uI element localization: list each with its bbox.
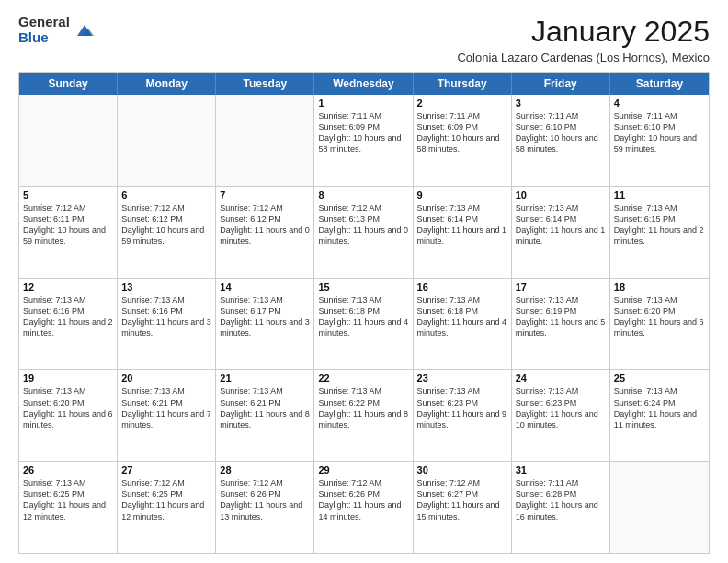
day-number: 28 bbox=[220, 465, 310, 476]
day-number: 19 bbox=[23, 373, 113, 384]
empty-cell-0-1 bbox=[118, 95, 216, 186]
day-info: Sunrise: 7:12 AM Sunset: 6:26 PM Dayligh… bbox=[220, 477, 310, 523]
day-cell-3: 3Sunrise: 7:11 AM Sunset: 6:10 PM Daylig… bbox=[512, 95, 610, 186]
logo: General Blue bbox=[18, 15, 96, 45]
day-info: Sunrise: 7:11 AM Sunset: 6:10 PM Dayligh… bbox=[516, 110, 606, 155]
day-info: Sunrise: 7:13 AM Sunset: 6:16 PM Dayligh… bbox=[121, 294, 211, 339]
day-cell-19: 19Sunrise: 7:13 AM Sunset: 6:20 PM Dayli… bbox=[19, 370, 118, 461]
day-info: Sunrise: 7:13 AM Sunset: 6:20 PM Dayligh… bbox=[23, 385, 113, 431]
day-info: Sunrise: 7:13 AM Sunset: 6:23 PM Dayligh… bbox=[417, 385, 507, 431]
day-cell-30: 30Sunrise: 7:12 AM Sunset: 6:27 PM Dayli… bbox=[414, 462, 512, 553]
day-of-week-friday: Friday bbox=[512, 73, 610, 95]
day-number: 24 bbox=[516, 373, 606, 384]
day-info: Sunrise: 7:13 AM Sunset: 6:14 PM Dayligh… bbox=[516, 202, 606, 247]
logo-icon bbox=[74, 19, 96, 41]
day-number: 3 bbox=[516, 98, 606, 109]
day-number: 18 bbox=[614, 282, 705, 293]
subtitle: Colonia Lazaro Cardenas (Los Hornos), Me… bbox=[457, 51, 710, 64]
day-cell-7: 7Sunrise: 7:12 AM Sunset: 6:12 PM Daylig… bbox=[216, 187, 314, 278]
day-info: Sunrise: 7:11 AM Sunset: 6:28 PM Dayligh… bbox=[516, 477, 606, 523]
day-number: 29 bbox=[318, 465, 408, 476]
calendar-body: 1Sunrise: 7:11 AM Sunset: 6:09 PM Daylig… bbox=[19, 95, 709, 553]
empty-cell-0-2 bbox=[216, 95, 314, 186]
day-number: 20 bbox=[121, 373, 211, 384]
title-block: January 2025 Colonia Lazaro Cardenas (Lo… bbox=[457, 15, 710, 64]
day-number: 1 bbox=[318, 98, 408, 109]
day-cell-10: 10Sunrise: 7:13 AM Sunset: 6:14 PM Dayli… bbox=[512, 187, 610, 278]
day-cell-31: 31Sunrise: 7:11 AM Sunset: 6:28 PM Dayli… bbox=[512, 462, 610, 553]
day-cell-17: 17Sunrise: 7:13 AM Sunset: 6:19 PM Dayli… bbox=[512, 279, 610, 370]
day-info: Sunrise: 7:12 AM Sunset: 6:11 PM Dayligh… bbox=[23, 202, 113, 247]
header: General Blue January 2025 Colonia Lazaro… bbox=[18, 15, 710, 64]
day-info: Sunrise: 7:13 AM Sunset: 6:20 PM Dayligh… bbox=[614, 294, 705, 339]
day-info: Sunrise: 7:13 AM Sunset: 6:19 PM Dayligh… bbox=[516, 294, 606, 339]
day-number: 8 bbox=[318, 190, 408, 201]
day-cell-20: 20Sunrise: 7:13 AM Sunset: 6:21 PM Dayli… bbox=[118, 370, 216, 461]
day-info: Sunrise: 7:13 AM Sunset: 6:25 PM Dayligh… bbox=[23, 477, 113, 523]
day-cell-28: 28Sunrise: 7:12 AM Sunset: 6:26 PM Dayli… bbox=[216, 462, 314, 553]
day-info: Sunrise: 7:13 AM Sunset: 6:24 PM Dayligh… bbox=[614, 385, 705, 431]
day-cell-2: 2Sunrise: 7:11 AM Sunset: 6:09 PM Daylig… bbox=[414, 95, 512, 186]
day-info: Sunrise: 7:11 AM Sunset: 6:09 PM Dayligh… bbox=[417, 110, 507, 155]
day-number: 5 bbox=[23, 190, 113, 201]
day-cell-16: 16Sunrise: 7:13 AM Sunset: 6:18 PM Dayli… bbox=[414, 279, 512, 370]
month-title: January 2025 bbox=[457, 15, 710, 49]
day-number: 4 bbox=[614, 98, 705, 109]
day-of-week-wednesday: Wednesday bbox=[314, 73, 413, 95]
day-number: 12 bbox=[23, 282, 113, 293]
empty-cell-4-6 bbox=[610, 462, 709, 553]
logo-text: General Blue bbox=[18, 15, 70, 45]
day-info: Sunrise: 7:12 AM Sunset: 6:26 PM Dayligh… bbox=[318, 477, 408, 523]
calendar-row-1: 5Sunrise: 7:12 AM Sunset: 6:11 PM Daylig… bbox=[19, 186, 709, 278]
day-cell-11: 11Sunrise: 7:13 AM Sunset: 6:15 PM Dayli… bbox=[610, 187, 709, 278]
day-info: Sunrise: 7:13 AM Sunset: 6:15 PM Dayligh… bbox=[614, 202, 705, 247]
day-cell-8: 8Sunrise: 7:12 AM Sunset: 6:13 PM Daylig… bbox=[314, 187, 413, 278]
day-info: Sunrise: 7:13 AM Sunset: 6:21 PM Dayligh… bbox=[121, 385, 211, 431]
day-number: 11 bbox=[614, 190, 705, 201]
day-cell-26: 26Sunrise: 7:13 AM Sunset: 6:25 PM Dayli… bbox=[19, 462, 118, 553]
calendar-row-0: 1Sunrise: 7:11 AM Sunset: 6:09 PM Daylig… bbox=[19, 95, 709, 186]
day-number: 9 bbox=[417, 190, 507, 201]
day-number: 15 bbox=[318, 282, 408, 293]
day-info: Sunrise: 7:13 AM Sunset: 6:18 PM Dayligh… bbox=[417, 294, 507, 339]
day-number: 17 bbox=[516, 282, 606, 293]
day-number: 30 bbox=[417, 465, 507, 476]
day-number: 2 bbox=[417, 98, 507, 109]
day-info: Sunrise: 7:13 AM Sunset: 6:17 PM Dayligh… bbox=[220, 294, 310, 339]
day-cell-24: 24Sunrise: 7:13 AM Sunset: 6:23 PM Dayli… bbox=[512, 370, 610, 461]
day-info: Sunrise: 7:12 AM Sunset: 6:13 PM Dayligh… bbox=[318, 202, 408, 247]
day-cell-22: 22Sunrise: 7:13 AM Sunset: 6:22 PM Dayli… bbox=[314, 370, 413, 461]
calendar-row-2: 12Sunrise: 7:13 AM Sunset: 6:16 PM Dayli… bbox=[19, 278, 709, 370]
empty-cell-0-0 bbox=[19, 95, 118, 186]
day-cell-15: 15Sunrise: 7:13 AM Sunset: 6:18 PM Dayli… bbox=[314, 279, 413, 370]
day-number: 13 bbox=[121, 282, 211, 293]
day-info: Sunrise: 7:13 AM Sunset: 6:23 PM Dayligh… bbox=[516, 385, 606, 431]
day-info: Sunrise: 7:13 AM Sunset: 6:16 PM Dayligh… bbox=[23, 294, 113, 339]
page: General Blue January 2025 Colonia Lazaro… bbox=[0, 0, 728, 563]
calendar-row-3: 19Sunrise: 7:13 AM Sunset: 6:20 PM Dayli… bbox=[19, 369, 709, 461]
day-cell-23: 23Sunrise: 7:13 AM Sunset: 6:23 PM Dayli… bbox=[414, 370, 512, 461]
day-info: Sunrise: 7:12 AM Sunset: 6:12 PM Dayligh… bbox=[220, 202, 310, 247]
day-info: Sunrise: 7:11 AM Sunset: 6:10 PM Dayligh… bbox=[614, 110, 705, 155]
day-number: 10 bbox=[516, 190, 606, 201]
day-info: Sunrise: 7:12 AM Sunset: 6:12 PM Dayligh… bbox=[121, 202, 211, 247]
day-of-week-saturday: Saturday bbox=[610, 73, 709, 95]
day-cell-9: 9Sunrise: 7:13 AM Sunset: 6:14 PM Daylig… bbox=[414, 187, 512, 278]
day-cell-14: 14Sunrise: 7:13 AM Sunset: 6:17 PM Dayli… bbox=[216, 279, 314, 370]
day-info: Sunrise: 7:13 AM Sunset: 6:18 PM Dayligh… bbox=[318, 294, 408, 339]
day-cell-12: 12Sunrise: 7:13 AM Sunset: 6:16 PM Dayli… bbox=[19, 279, 118, 370]
logo-blue: Blue bbox=[18, 29, 49, 45]
day-number: 22 bbox=[318, 373, 408, 384]
day-cell-4: 4Sunrise: 7:11 AM Sunset: 6:10 PM Daylig… bbox=[610, 95, 709, 186]
day-of-week-sunday: Sunday bbox=[19, 73, 118, 95]
day-cell-18: 18Sunrise: 7:13 AM Sunset: 6:20 PM Dayli… bbox=[610, 279, 709, 370]
day-number: 31 bbox=[516, 465, 606, 476]
calendar-row-4: 26Sunrise: 7:13 AM Sunset: 6:25 PM Dayli… bbox=[19, 461, 709, 553]
day-cell-5: 5Sunrise: 7:12 AM Sunset: 6:11 PM Daylig… bbox=[19, 187, 118, 278]
day-number: 21 bbox=[220, 373, 310, 384]
day-number: 6 bbox=[121, 190, 211, 201]
day-number: 26 bbox=[23, 465, 113, 476]
day-of-week-monday: Monday bbox=[118, 73, 216, 95]
day-cell-27: 27Sunrise: 7:12 AM Sunset: 6:25 PM Dayli… bbox=[118, 462, 216, 553]
day-cell-29: 29Sunrise: 7:12 AM Sunset: 6:26 PM Dayli… bbox=[314, 462, 413, 553]
